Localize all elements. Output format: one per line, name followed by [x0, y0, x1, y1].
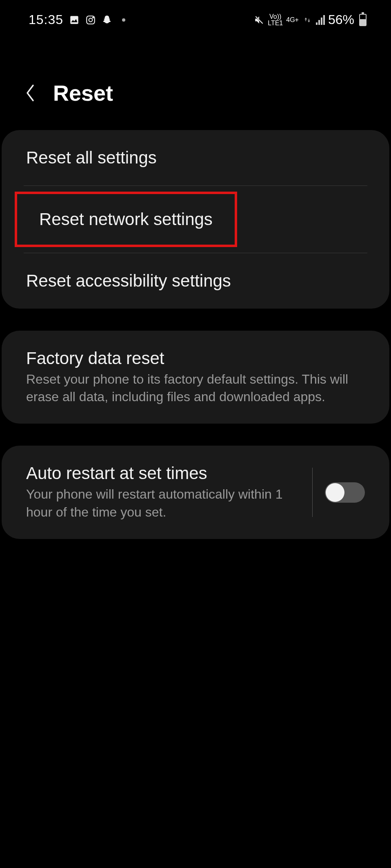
- signal-icon: [316, 15, 325, 25]
- highlight-box: Reset network settings: [15, 192, 237, 247]
- status-left: 15:35: [29, 12, 125, 27]
- factory-data-reset-row[interactable]: Factory data reset Reset your phone to i…: [2, 331, 389, 424]
- switch-knob-icon: [326, 483, 344, 502]
- network-4g-icon: 4G+: [286, 17, 299, 23]
- status-right: Vo)) LTE1 4G+ 56%: [254, 12, 367, 27]
- factory-data-reset-sub: Reset your phone to its factory default …: [26, 371, 365, 406]
- back-button[interactable]: [24, 83, 37, 103]
- auto-restart-sub: Your phone will restart automatically wi…: [26, 486, 300, 521]
- battery-percentage: 56%: [328, 12, 354, 27]
- more-notification-dot-icon: [122, 18, 125, 22]
- snapchat-icon: [102, 15, 112, 25]
- data-arrows-icon: [302, 15, 313, 25]
- chevron-left-icon: [24, 83, 36, 103]
- battery-icon: [359, 14, 367, 26]
- auto-restart-card: Auto restart at set times Your phone wil…: [2, 446, 389, 539]
- svg-rect-0: [70, 16, 78, 24]
- reset-all-settings-row[interactable]: Reset all settings: [2, 130, 389, 186]
- vertical-divider: [312, 468, 313, 517]
- reset-all-settings-label: Reset all settings: [26, 148, 365, 168]
- page-title: Reset: [53, 80, 113, 106]
- mute-vibrate-icon: [254, 15, 264, 25]
- auto-restart-toggle[interactable]: [325, 482, 365, 503]
- status-time: 15:35: [29, 12, 63, 27]
- reset-network-settings-row[interactable]: Reset network settings: [2, 186, 389, 253]
- reset-network-settings-label: Reset network settings: [39, 210, 213, 229]
- svg-point-2: [89, 18, 93, 22]
- factory-data-reset-title: Factory data reset: [26, 349, 365, 368]
- status-bar: 15:35 Vo)) LTE1 4G+ 56%: [0, 0, 391, 35]
- gallery-icon: [69, 15, 80, 25]
- instagram-icon: [85, 15, 96, 25]
- volte-icon: Vo)) LTE1: [268, 13, 283, 27]
- svg-point-3: [93, 17, 93, 18]
- auto-restart-title: Auto restart at set times: [26, 464, 300, 483]
- auto-restart-row[interactable]: Auto restart at set times Your phone wil…: [2, 446, 389, 539]
- reset-accessibility-settings-row[interactable]: Reset accessibility settings: [2, 253, 389, 309]
- page-header: Reset: [0, 35, 391, 130]
- reset-accessibility-settings-label: Reset accessibility settings: [26, 271, 365, 291]
- factory-reset-card: Factory data reset Reset your phone to i…: [2, 331, 389, 424]
- reset-options-card: Reset all settings Reset network setting…: [2, 130, 389, 309]
